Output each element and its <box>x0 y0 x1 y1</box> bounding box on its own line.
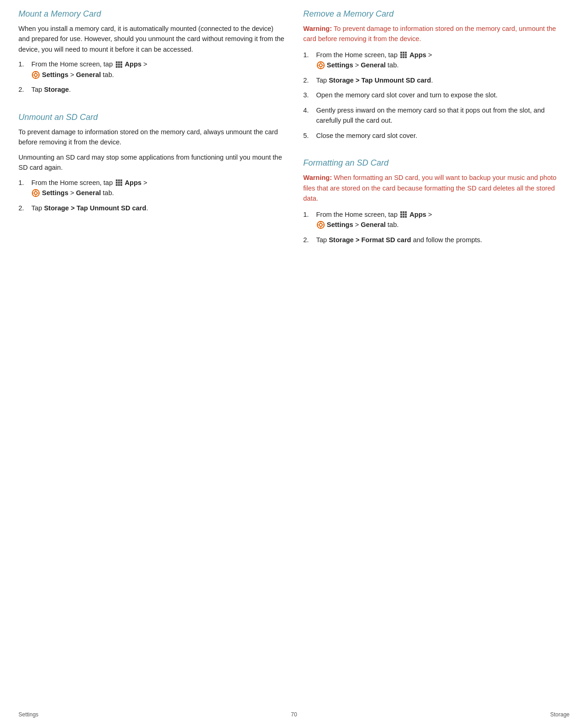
remove-step-3-num: 3. <box>303 90 316 100</box>
svg-point-10 <box>34 73 37 77</box>
apps-icon-2 <box>115 179 123 186</box>
section-format-sd-card: Formatting an SD Card Warning: When form… <box>303 158 570 250</box>
mount-step-2: 2. Tap Storage. <box>18 84 285 95</box>
section-unmount-sd-card: Unmount an SD Card To prevent damage to … <box>18 113 285 218</box>
unmount-step-1-content: From the Home screen, tap A <box>31 178 285 198</box>
format-step-2: 2. Tap Storage > Format SD card and foll… <box>303 235 570 245</box>
footer-page-number: 70 <box>291 711 297 718</box>
mount-step-1-num: 1. <box>18 59 31 69</box>
unmount-step-2-content: Tap Storage > Tap Unmount SD card. <box>31 203 285 213</box>
svg-rect-48 <box>400 214 402 215</box>
svg-rect-18 <box>116 182 118 184</box>
svg-rect-50 <box>405 214 407 215</box>
svg-rect-3 <box>116 64 118 66</box>
mount-step-1: 1. From the Home screen, tap <box>18 59 285 80</box>
svg-rect-21 <box>116 184 118 186</box>
svg-rect-51 <box>400 216 402 218</box>
svg-rect-31 <box>403 52 404 54</box>
format-steps: 1. From the Home screen, tap <box>303 209 570 245</box>
remove-warning: Warning: To prevent damage to informatio… <box>303 24 570 44</box>
svg-rect-17 <box>120 179 122 181</box>
remove-step-4: 4. Gently press inward on the memory car… <box>303 105 570 126</box>
svg-rect-30 <box>400 52 402 54</box>
remove-step-3-content: Open the memory card slot cover and turn… <box>316 90 570 100</box>
format-step-1-content: From the Home screen, tap A <box>316 209 570 230</box>
svg-rect-23 <box>120 184 122 186</box>
mount-step-1-content: From the Home screen, tap A <box>31 59 285 80</box>
mount-memory-card-title: Mount a Memory Card <box>18 9 285 19</box>
svg-rect-45 <box>400 211 402 213</box>
svg-rect-1 <box>118 61 120 63</box>
settings-icon-3 <box>317 61 325 69</box>
remove-step-2-num: 2. <box>303 75 316 85</box>
svg-rect-8 <box>120 66 122 68</box>
svg-rect-52 <box>403 216 404 218</box>
svg-rect-36 <box>400 56 402 58</box>
format-sd-card-title: Formatting an SD Card <box>303 158 570 168</box>
svg-rect-5 <box>120 64 122 66</box>
remove-step-5-content: Close the memory card slot cover. <box>316 131 570 141</box>
settings-icon-4 <box>317 221 325 229</box>
remove-step-1: 1. From the Home screen, tap <box>303 50 570 71</box>
unmount-step-2-num: 2. <box>18 203 31 213</box>
remove-step-1-content: From the Home screen, tap A <box>316 50 570 71</box>
svg-point-40 <box>319 64 322 67</box>
mount-step-2-content: Tap Storage. <box>31 84 285 95</box>
svg-rect-15 <box>116 179 118 181</box>
svg-rect-4 <box>118 64 120 66</box>
svg-rect-49 <box>403 214 404 215</box>
svg-rect-33 <box>400 54 402 56</box>
unmount-body2: Unmounting an SD card may stop some appl… <box>18 152 285 173</box>
svg-rect-22 <box>118 184 120 186</box>
remove-steps: 1. From the Home screen, tap <box>303 50 570 141</box>
unmount-sd-card-title: Unmount an SD Card <box>18 113 285 122</box>
format-step-1: 1. From the Home screen, tap <box>303 209 570 230</box>
svg-rect-38 <box>405 56 407 58</box>
svg-rect-46 <box>403 211 404 213</box>
apps-icon-3 <box>400 51 407 59</box>
svg-point-55 <box>319 223 322 226</box>
svg-rect-53 <box>405 216 407 218</box>
svg-rect-35 <box>405 54 407 56</box>
unmount-step-1-num: 1. <box>18 178 31 188</box>
apps-icon-4 <box>400 211 407 218</box>
svg-rect-20 <box>120 182 122 184</box>
svg-rect-7 <box>118 66 120 68</box>
svg-point-25 <box>34 191 37 195</box>
section-mount-memory-card: Mount a Memory Card When you install a m… <box>18 9 285 100</box>
settings-icon-2 <box>32 189 40 197</box>
remove-memory-card-title: Remove a Memory Card <box>303 9 570 19</box>
svg-rect-47 <box>405 211 407 213</box>
format-warning: Warning: When formatting an SD card, you… <box>303 173 570 203</box>
footer-left: Settings <box>18 711 38 718</box>
format-step-2-num: 2. <box>303 235 316 245</box>
right-column: Remove a Memory Card Warning: To prevent… <box>303 9 570 262</box>
svg-rect-32 <box>405 52 407 54</box>
remove-step-5-num: 5. <box>303 131 316 141</box>
settings-icon <box>32 71 40 79</box>
mount-step-2-num: 2. <box>18 84 31 95</box>
remove-step-4-content: Gently press inward on the memory card s… <box>316 105 570 126</box>
mount-memory-card-body: When you install a memory card, it is au… <box>18 24 285 54</box>
remove-step-3: 3. Open the memory card slot cover and t… <box>303 90 570 100</box>
unmount-body1: To prevent damage to information stored … <box>18 127 285 148</box>
svg-rect-6 <box>116 66 118 68</box>
svg-rect-2 <box>120 61 122 63</box>
svg-rect-19 <box>118 182 120 184</box>
svg-rect-37 <box>403 56 404 58</box>
remove-step-2-content: Tap Storage > Tap Unmount SD card. <box>316 75 570 85</box>
mount-memory-card-steps: 1. From the Home screen, tap <box>18 59 285 95</box>
svg-rect-34 <box>403 54 404 56</box>
remove-step-2: 2. Tap Storage > Tap Unmount SD card. <box>303 75 570 85</box>
svg-rect-0 <box>116 61 118 63</box>
apps-icon <box>115 61 123 68</box>
unmount-step-2: 2. Tap Storage > Tap Unmount SD card. <box>18 203 285 213</box>
remove-step-5: 5. Close the memory card slot cover. <box>303 131 570 141</box>
left-column: Mount a Memory Card When you install a m… <box>18 9 285 262</box>
remove-step-1-num: 1. <box>303 50 316 60</box>
footer-right: Storage <box>550 711 570 718</box>
svg-rect-16 <box>118 179 120 181</box>
unmount-steps: 1. From the Home screen, tap <box>18 178 285 213</box>
format-step-2-content: Tap Storage > Format SD card and follow … <box>316 235 570 245</box>
format-step-1-num: 1. <box>303 209 316 220</box>
